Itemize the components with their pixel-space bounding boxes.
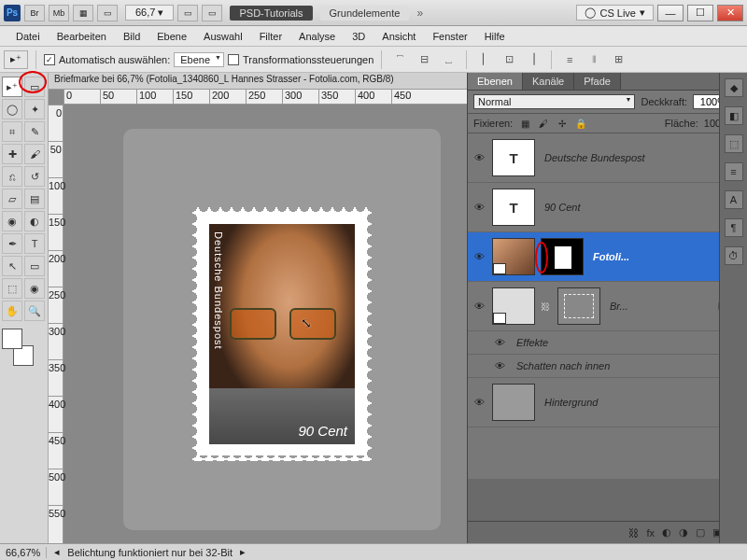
shape-tool[interactable]: ▭: [24, 256, 45, 276]
layer-thumb-text[interactable]: T: [492, 139, 535, 176]
menu-filter[interactable]: Filter: [251, 29, 290, 44]
fx-item[interactable]: 👁 Schatten nach innen: [468, 355, 747, 378]
menu-bearbeiten[interactable]: Bearbeiten: [49, 29, 115, 44]
auto-select-combo[interactable]: Ebene: [174, 52, 224, 67]
zoom-tool[interactable]: 🔍: [24, 301, 45, 321]
align-top-icon[interactable]: ⎴: [389, 50, 410, 69]
zoom-field[interactable]: 66,7 ▾: [125, 5, 174, 21]
fg-color[interactable]: [2, 329, 22, 349]
layer-name[interactable]: Br...: [606, 301, 712, 312]
minimize-button[interactable]: —: [657, 5, 684, 21]
camera-tool[interactable]: ◉: [24, 278, 45, 299]
layer-row[interactable]: 👁 T Deutsche Bundespost: [468, 133, 747, 183]
tab-ebenen[interactable]: Ebenen: [468, 73, 523, 90]
visibility-icon[interactable]: 👁: [492, 360, 507, 371]
align-bottom-icon[interactable]: ⎵: [438, 50, 458, 69]
bridge-button[interactable]: Br: [24, 5, 45, 21]
swatches-panel-icon[interactable]: ◧: [725, 106, 743, 125]
visibility-icon[interactable]: 👁: [472, 251, 486, 262]
lock-position-icon[interactable]: ✢: [556, 117, 569, 130]
workspace-tab-grundelemente[interactable]: Grundelemente: [320, 6, 410, 21]
layer-row[interactable]: 👁 Hintergrund 🔒: [468, 378, 747, 427]
lock-pixels-icon[interactable]: 🖌: [537, 117, 550, 130]
path-tool[interactable]: ↖: [2, 256, 22, 276]
fx-icon[interactable]: fx: [646, 527, 655, 539]
stamp-tool[interactable]: ⎌: [2, 166, 22, 187]
history-panel-icon[interactable]: ⏱: [725, 246, 743, 265]
blend-mode-combo[interactable]: Normal: [473, 94, 635, 109]
wand-tool[interactable]: ✦: [24, 99, 45, 119]
layer-name[interactable]: 90 Cent: [541, 202, 743, 213]
menu-datei[interactable]: Datei: [7, 29, 49, 44]
view-layout-button[interactable]: ▭: [97, 5, 118, 21]
screenmode-button[interactable]: ▭: [202, 5, 222, 21]
layer-thumb-image[interactable]: [492, 238, 535, 275]
status-next-icon[interactable]: ▸: [240, 546, 246, 558]
history-brush-tool[interactable]: ↺: [24, 166, 45, 187]
tab-kanaele[interactable]: Kanäle: [523, 73, 574, 90]
close-button[interactable]: ✕: [717, 5, 743, 21]
layer-row[interactable]: 👁 ⛓ Br... fx ▾: [468, 282, 747, 331]
workspace-more-icon[interactable]: »: [416, 7, 423, 20]
group-icon[interactable]: ▢: [696, 526, 705, 539]
visibility-icon[interactable]: 👁: [472, 301, 486, 312]
color-swatch[interactable]: [2, 329, 39, 366]
color-panel-icon[interactable]: ◆: [725, 78, 743, 97]
link-icon[interactable]: ⛓: [541, 301, 552, 312]
transform-checkbox[interactable]: [228, 54, 239, 65]
crop-tool[interactable]: ⌗: [2, 121, 22, 142]
3d-tool[interactable]: ⬚: [2, 278, 22, 299]
mask-icon[interactable]: ◐: [662, 526, 671, 539]
menu-ebene[interactable]: Ebene: [148, 29, 195, 44]
align-left-icon[interactable]: ⎢: [474, 50, 495, 69]
fx-header[interactable]: 👁 Effekte: [468, 331, 747, 355]
tab-pfade[interactable]: Pfade: [574, 73, 621, 90]
eyedropper-tool[interactable]: ✎: [24, 121, 45, 142]
distribute-3-icon[interactable]: ⊞: [608, 50, 628, 69]
maximize-button[interactable]: ☐: [687, 5, 713, 21]
visibility-icon[interactable]: 👁: [472, 152, 486, 163]
arrange-button[interactable]: ▭: [177, 5, 198, 21]
adjustment-icon[interactable]: ◑: [679, 526, 688, 539]
current-tool-icon[interactable]: ▸⁺: [4, 50, 28, 69]
ruler-horizontal[interactable]: 050100150200250300350400450: [63, 90, 467, 105]
menu-auswahl[interactable]: Auswahl: [195, 29, 251, 44]
align-vcenter-icon[interactable]: ⊟: [414, 50, 434, 69]
view-extras-button[interactable]: ▦: [73, 5, 93, 21]
layer-thumb-vector[interactable]: [557, 287, 600, 325]
layer-name[interactable]: Deutsche Bundespost: [541, 152, 743, 163]
layer-thumb-bg[interactable]: [492, 384, 535, 421]
align-right-icon[interactable]: ⎥: [523, 50, 543, 69]
visibility-icon[interactable]: 👁: [492, 337, 507, 348]
visibility-icon[interactable]: 👁: [472, 202, 486, 213]
link-layers-icon[interactable]: ⛓: [628, 527, 639, 539]
styles-panel-icon[interactable]: ≡: [725, 162, 743, 181]
lasso-tool[interactable]: ◯: [2, 99, 22, 119]
dodge-tool[interactable]: ◐: [24, 211, 45, 231]
artboard-tool[interactable]: ▭: [24, 77, 45, 97]
layer-thumb-mask[interactable]: [541, 238, 584, 275]
lock-transparency-icon[interactable]: ▦: [518, 117, 531, 130]
brush-tool[interactable]: 🖌: [24, 144, 45, 164]
menu-3d[interactable]: 3D: [344, 29, 374, 44]
move-tool[interactable]: ▸⁺: [2, 77, 22, 97]
cslive-button[interactable]: ◯ CS Live ▾: [576, 5, 654, 21]
canvas[interactable]: Deutsche Bundespost 90 Cent ⤡: [123, 129, 441, 530]
layer-name[interactable]: Hintergrund: [541, 397, 725, 408]
stamp-object[interactable]: Deutsche Bundespost 90 Cent: [198, 213, 366, 455]
blur-tool[interactable]: ◉: [2, 211, 22, 231]
document-tab[interactable]: Briefmarke bei 66,7% (Fotolia_1340860_L …: [49, 73, 467, 90]
layer-row[interactable]: 👁 T 90 Cent: [468, 183, 747, 232]
pen-tool[interactable]: ✒: [2, 233, 22, 254]
lock-all-icon[interactable]: 🔒: [574, 117, 587, 130]
menu-analyse[interactable]: Analyse: [290, 29, 344, 44]
visibility-icon[interactable]: 👁: [472, 397, 486, 408]
status-prev-icon[interactable]: ◂: [54, 546, 60, 558]
eraser-tool[interactable]: ▱: [2, 189, 22, 209]
layer-row-selected[interactable]: 👁 Fotoli...: [468, 232, 747, 282]
adjustments-panel-icon[interactable]: ⬚: [725, 134, 743, 153]
ruler-vertical[interactable]: 050100150200250300350400450500550: [49, 105, 63, 543]
status-zoom[interactable]: 66,67%: [6, 547, 47, 558]
layer-thumb-text[interactable]: T: [492, 189, 535, 226]
type-tool[interactable]: T: [24, 233, 45, 254]
